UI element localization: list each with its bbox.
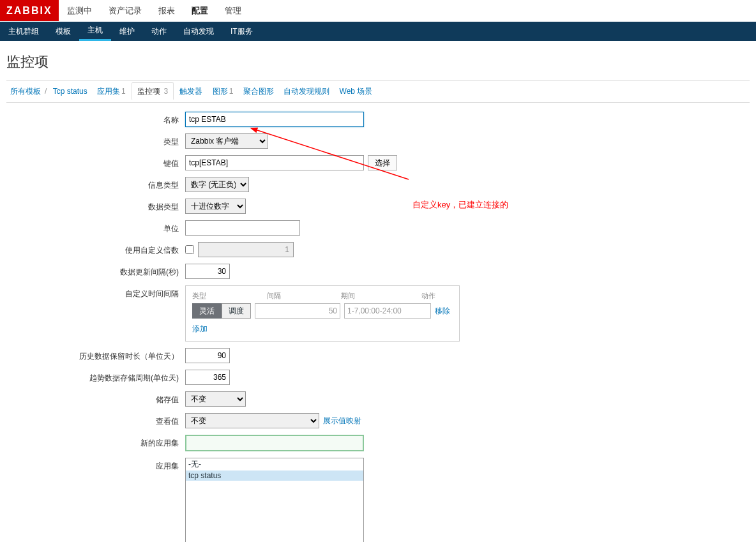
subnav-maintenance[interactable]: 维护 <box>111 22 143 41</box>
bc-triggers[interactable]: 触发器 <box>176 87 206 96</box>
label-name: 名称 <box>6 112 185 126</box>
data-type-select[interactable]: 十进位数字 <box>185 199 246 214</box>
show-value-select[interactable]: 不变 <box>185 413 319 428</box>
item-form: 自定义key，已建立连接的 名称 类型 Zabbix 客户端 键值 选择 信息类… <box>6 112 750 542</box>
interval-box: 类型 间隔 期间 动作 灵活 调度 移除 <box>185 285 460 342</box>
units-input[interactable] <box>185 220 300 236</box>
store-select[interactable]: 不变 <box>185 391 246 407</box>
label-store: 储存值 <box>6 391 185 405</box>
label-update-interval: 数据更新间隔(秒) <box>6 264 185 278</box>
history-input[interactable] <box>185 348 230 363</box>
label-apps: 应用集 <box>6 458 185 472</box>
key-input[interactable] <box>185 155 364 170</box>
menu-inventory[interactable]: 资产记录 <box>100 0 150 21</box>
label-history: 历史数据保留时长（单位天） <box>6 348 185 362</box>
menu-admin[interactable]: 管理 <box>216 0 250 21</box>
info-type-select[interactable]: 数字 (无正负) <box>185 177 249 192</box>
subnav-actions[interactable]: 动作 <box>143 22 175 41</box>
bc-tcp-status[interactable]: Tcp status <box>49 87 91 96</box>
app-option-tcp[interactable]: tcp status <box>186 470 363 481</box>
label-data-type: 数据类型 <box>6 199 185 213</box>
interval-period-input[interactable] <box>344 303 431 319</box>
name-input[interactable] <box>185 112 364 127</box>
bc-graphs[interactable]: 图形1 <box>209 87 238 96</box>
bc-drules[interactable]: 自动发现规则 <box>280 87 333 96</box>
label-custom-mult: 使用自定义倍数 <box>6 242 185 256</box>
interval-value-input[interactable] <box>255 303 340 319</box>
custom-mult-checkbox[interactable] <box>185 245 194 254</box>
app-option-none[interactable]: -无- <box>186 458 363 470</box>
subnav-itservices[interactable]: IT服务 <box>222 22 261 41</box>
interval-remove-link[interactable]: 移除 <box>435 306 450 317</box>
top-nav: ZABBIX 监测中 资产记录 报表 配置 管理 <box>0 0 756 22</box>
label-units: 单位 <box>6 220 185 234</box>
subnav-discovery[interactable]: 自动发现 <box>175 22 222 41</box>
menu-reports[interactable]: 报表 <box>150 0 183 21</box>
bc-all-templates[interactable]: 所有模板 <box>6 87 45 96</box>
sub-nav: 主机群组 模板 主机 维护 动作 自动发现 IT服务 <box>0 22 756 41</box>
page-title: 监控项 <box>6 52 750 72</box>
label-type: 类型 <box>6 133 185 147</box>
subnav-hostgroups[interactable]: 主机群组 <box>0 22 47 41</box>
update-interval-input[interactable] <box>185 264 230 279</box>
custom-mult-value: 1 <box>198 242 294 257</box>
top-menu: 监测中 资产记录 报表 配置 管理 <box>59 0 250 21</box>
label-key: 键值 <box>6 155 185 169</box>
menu-config[interactable]: 配置 <box>183 0 216 21</box>
toggle-scheduling[interactable]: 调度 <box>222 303 251 319</box>
breadcrumb: 所有模板/ Tcp status 应用集1 监控项 3 触发器 图形1 聚合图形… <box>6 80 750 103</box>
ih-type: 类型 <box>192 291 267 301</box>
bc-web[interactable]: Web 场景 <box>336 87 377 96</box>
ih-period: 期间 <box>341 291 421 301</box>
logo: ZABBIX <box>0 0 59 21</box>
bc-screens[interactable]: 聚合图形 <box>239 87 278 96</box>
label-custom-intervals: 自定义时间间隔 <box>6 285 185 299</box>
bc-apps[interactable]: 应用集1 <box>93 87 130 96</box>
label-new-app: 新的应用集 <box>6 435 185 449</box>
label-info-type: 信息类型 <box>6 177 185 191</box>
interval-type-toggle: 灵活 调度 <box>192 303 251 319</box>
label-trends: 趋势数据存储周期(单位天) <box>6 370 185 384</box>
interval-add-link[interactable]: 添加 <box>192 324 208 333</box>
subnav-hosts[interactable]: 主机 <box>79 22 111 41</box>
trends-input[interactable] <box>185 370 230 385</box>
new-app-input[interactable] <box>185 435 364 451</box>
toggle-flexible[interactable]: 灵活 <box>192 303 222 319</box>
show-value-map-link[interactable]: 展示值映射 <box>323 416 361 426</box>
type-select[interactable]: Zabbix 客户端 <box>185 133 268 149</box>
subnav-templates[interactable]: 模板 <box>47 22 79 41</box>
select-key-button[interactable]: 选择 <box>368 155 397 170</box>
apps-listbox[interactable]: -无- tcp status <box>185 458 364 542</box>
menu-monitoring[interactable]: 监测中 <box>59 0 100 21</box>
bc-items[interactable]: 监控项 3 <box>132 82 174 100</box>
label-show-value: 查看值 <box>6 413 185 427</box>
ih-action: 动作 <box>421 291 453 301</box>
ih-interval: 间隔 <box>267 291 342 301</box>
